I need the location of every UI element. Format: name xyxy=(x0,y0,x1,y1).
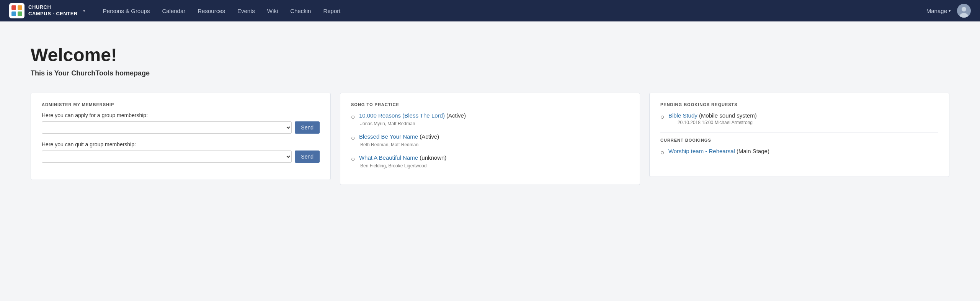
cards-row: ADMINISTER MY MEMBERSHIP Here you can ap… xyxy=(31,93,949,185)
bullet-icon: ○ xyxy=(660,149,665,156)
songs-card: SONG TO PRACTICE ○ 10,000 Reasons (Bless… xyxy=(340,93,640,185)
nav-events[interactable]: Events xyxy=(232,5,260,17)
manage-button[interactable]: Manage ▾ xyxy=(926,8,951,14)
current-bookings-title: CURRENT BOOKINGS xyxy=(660,138,938,142)
list-item: ○ 10,000 Reasons (Bless The Lord) (Activ… xyxy=(351,112,629,126)
song-authors-2: Beth Redman, Matt Redman xyxy=(351,142,629,147)
navbar-right: Manage ▾ xyxy=(926,4,971,18)
song-list: ○ 10,000 Reasons (Bless The Lord) (Activ… xyxy=(351,112,629,168)
svg-rect-2 xyxy=(11,11,16,16)
nav-checkin[interactable]: Checkin xyxy=(285,5,316,17)
song-status-3: (unknown) xyxy=(418,154,446,161)
svg-point-5 xyxy=(962,7,966,11)
nav-wiki[interactable]: Wiki xyxy=(262,5,283,17)
svg-rect-0 xyxy=(11,5,16,10)
membership-card: ADMINISTER MY MEMBERSHIP Here you can ap… xyxy=(31,93,331,180)
song-link-2[interactable]: Blessed Be Your Name xyxy=(359,133,418,140)
bullet-icon: ○ xyxy=(351,155,355,162)
quit-label: Here you can quit a group membership: xyxy=(42,141,320,147)
pending-booking-meta-1: 20.10.2018 15:00 Michael Armstrong xyxy=(668,120,757,125)
main-content: Welcome! This is Your ChurchTools homepa… xyxy=(0,21,980,200)
current-booking-list: ○ Worship team - Rehearsal (Main Stage) xyxy=(660,148,938,156)
apply-input-row: Send xyxy=(42,121,320,134)
pending-booking-list: ○ Bible Study (Mobile sound system) 20.1… xyxy=(660,112,938,125)
songs-card-title: SONG TO PRACTICE xyxy=(351,102,629,107)
song-link-1[interactable]: 10,000 Reasons (Bless The Lord) xyxy=(359,112,445,119)
pending-bookings-title: PENDING BOOKINGS REQUESTS xyxy=(660,102,938,107)
pending-booking-link-1[interactable]: Bible Study xyxy=(668,112,697,119)
brand-text: CHURCH CAMPUS - CENTER xyxy=(28,4,78,17)
current-booking-detail-1: (Main Stage) xyxy=(735,148,769,154)
list-item: ○ Blessed Be Your Name (Active) Beth Red… xyxy=(351,133,629,147)
list-item: ○ What A Beautiful Name (unknown) Ben Fi… xyxy=(351,154,629,168)
list-item: ○ Bible Study (Mobile sound system) 20.1… xyxy=(660,112,938,125)
apply-label: Here you can apply for a group membershi… xyxy=(42,112,320,118)
welcome-title: Welcome! xyxy=(31,44,949,65)
membership-card-title: ADMINISTER MY MEMBERSHIP xyxy=(42,102,320,107)
pending-booking-detail-1: (Mobile sound system) xyxy=(697,112,757,119)
brand[interactable]: CHURCH CAMPUS - CENTER ▾ xyxy=(9,3,85,18)
navbar: CHURCH CAMPUS - CENTER ▾ Persons & Group… xyxy=(0,0,980,21)
bullet-icon: ○ xyxy=(351,113,355,120)
bookings-card: PENDING BOOKINGS REQUESTS ○ Bible Study … xyxy=(649,93,949,177)
nav-persons-groups[interactable]: Persons & Groups xyxy=(98,5,155,17)
apply-group-select[interactable] xyxy=(42,121,292,134)
song-status-1: (Active) xyxy=(445,112,466,119)
card-divider xyxy=(660,132,938,133)
nav-calendar[interactable]: Calendar xyxy=(157,5,191,17)
bullet-icon: ○ xyxy=(351,134,355,141)
svg-rect-3 xyxy=(18,11,22,16)
logo-icon xyxy=(9,3,24,18)
current-booking-link-1[interactable]: Worship team - Rehearsal xyxy=(668,148,735,154)
song-authors-3: Ben Fielding, Brooke Ligertwood xyxy=(351,163,629,168)
brand-dropdown-arrow[interactable]: ▾ xyxy=(83,8,85,13)
song-authors-1: Jonas Myrin, Matt Redman xyxy=(351,121,629,126)
manage-dropdown-arrow: ▾ xyxy=(949,8,951,13)
nav-report[interactable]: Report xyxy=(318,5,346,17)
avatar[interactable] xyxy=(957,4,971,18)
song-status-2: (Active) xyxy=(418,133,439,140)
nav-items: Persons & Groups Calendar Resources Even… xyxy=(98,5,926,17)
quit-send-button[interactable]: Send xyxy=(295,150,320,163)
svg-rect-1 xyxy=(18,5,22,10)
apply-send-button[interactable]: Send xyxy=(295,121,320,134)
welcome-subtitle: This is Your ChurchTools homepage xyxy=(31,69,949,77)
bullet-icon: ○ xyxy=(660,113,665,120)
quit-group-select[interactable] xyxy=(42,150,292,163)
quit-input-row: Send xyxy=(42,150,320,163)
song-link-3[interactable]: What A Beautiful Name xyxy=(359,154,418,161)
nav-resources[interactable]: Resources xyxy=(192,5,230,17)
list-item: ○ Worship team - Rehearsal (Main Stage) xyxy=(660,148,938,156)
